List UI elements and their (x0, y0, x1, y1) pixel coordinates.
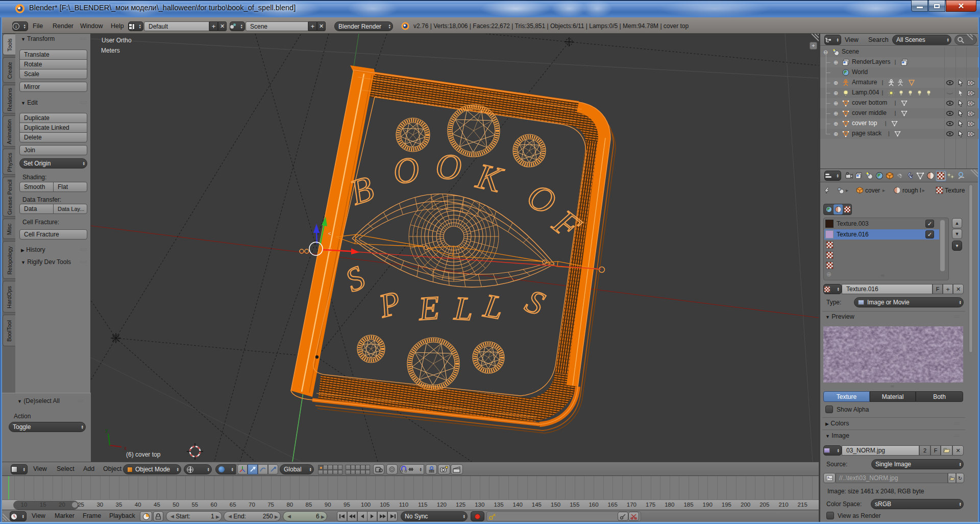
svg-text:L: L (453, 290, 474, 327)
svg-text:x: x (124, 445, 127, 451)
svg-text:<: < (328, 231, 331, 236)
svg-text:O: O (390, 149, 422, 192)
svg-text:O: O (435, 147, 462, 187)
svg-text:y: y (105, 427, 108, 433)
svg-text:E: E (417, 289, 440, 327)
